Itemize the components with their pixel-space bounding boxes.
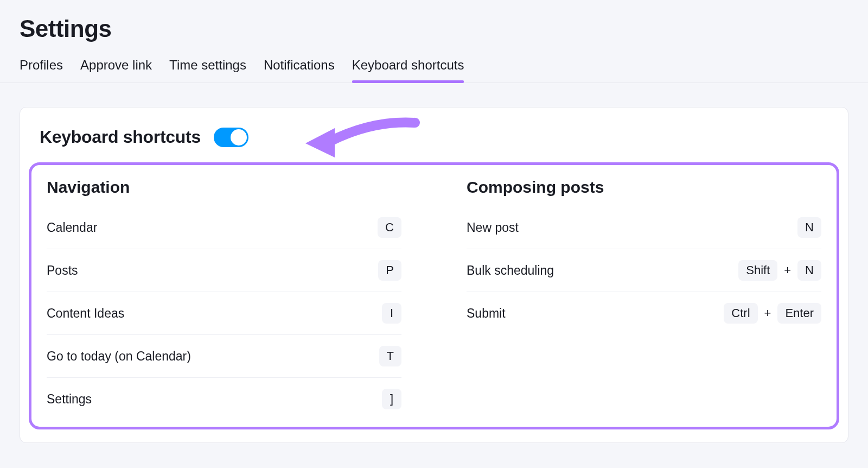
key-plus: + (764, 306, 771, 320)
tab-profiles[interactable]: Profiles (20, 58, 63, 83)
key-badge: P (378, 260, 401, 281)
shortcut-label: Bulk scheduling (467, 263, 554, 278)
shortcut-row: Go to today (on Calendar) T (47, 335, 401, 378)
key-badge: ] (382, 389, 401, 409)
shortcut-label: Go to today (on Calendar) (47, 349, 191, 364)
page-title: Settings (20, 15, 848, 42)
keyboard-shortcuts-card: Keyboard shortcuts Navigation Calendar C (20, 107, 848, 443)
shortcut-label: Submit (467, 306, 506, 321)
card-header: Keyboard shortcuts (40, 127, 828, 147)
shortcut-row: Bulk scheduling Shift + N (467, 249, 821, 292)
key-badge: Enter (777, 303, 821, 324)
shortcut-row: Content Ideas I (47, 292, 401, 335)
shortcut-label: Settings (47, 392, 92, 407)
shortcut-row: Calendar C (47, 206, 401, 249)
key-badge: N (797, 260, 821, 281)
key-badge: I (382, 303, 401, 324)
shortcut-keys: I (382, 303, 401, 324)
key-badge: Shift (738, 260, 777, 281)
shortcut-keys: N (797, 217, 821, 238)
keyboard-shortcuts-toggle[interactable] (214, 128, 248, 147)
shortcut-label: New post (467, 220, 519, 235)
key-badge: C (378, 217, 401, 238)
shortcuts-columns: Navigation Calendar C Posts P (47, 178, 821, 420)
navigation-section: Navigation Calendar C Posts P (47, 178, 401, 420)
tab-keyboard-shortcuts[interactable]: Keyboard shortcuts (352, 58, 464, 83)
tab-time-settings[interactable]: Time settings (169, 58, 246, 83)
tab-approve-link[interactable]: Approve link (80, 58, 152, 83)
composing-section: Composing posts New post N Bulk scheduli… (467, 178, 821, 420)
navigation-heading: Navigation (47, 178, 401, 197)
tab-notifications[interactable]: Notifications (264, 58, 335, 83)
shortcut-keys: T (379, 346, 401, 366)
shortcut-keys: P (378, 260, 401, 281)
shortcut-keys: ] (382, 389, 401, 409)
shortcut-label: Posts (47, 263, 78, 278)
settings-page: Settings Profiles Approve link Time sett… (0, 0, 868, 463)
shortcut-row: Submit Ctrl + Enter (467, 292, 821, 334)
key-badge: N (797, 217, 821, 238)
key-badge: T (379, 346, 401, 366)
shortcut-label: Content Ideas (47, 306, 124, 321)
key-badge: Ctrl (724, 303, 757, 324)
settings-tabs: Profiles Approve link Time settings Noti… (0, 58, 868, 83)
composing-heading: Composing posts (467, 178, 821, 197)
toggle-knob (231, 129, 247, 146)
shortcut-label: Calendar (47, 220, 97, 235)
card-title: Keyboard shortcuts (40, 127, 201, 147)
shortcut-keys: Shift + N (738, 260, 821, 281)
shortcut-row: Posts P (47, 249, 401, 292)
key-plus: + (784, 263, 791, 277)
shortcut-row: New post N (467, 206, 821, 249)
annotation-arrow-icon (296, 117, 420, 161)
shortcuts-highlight-box: Navigation Calendar C Posts P (29, 162, 839, 429)
shortcut-keys: C (378, 217, 401, 238)
shortcut-row: Settings ] (47, 378, 401, 420)
shortcut-keys: Ctrl + Enter (724, 303, 821, 324)
